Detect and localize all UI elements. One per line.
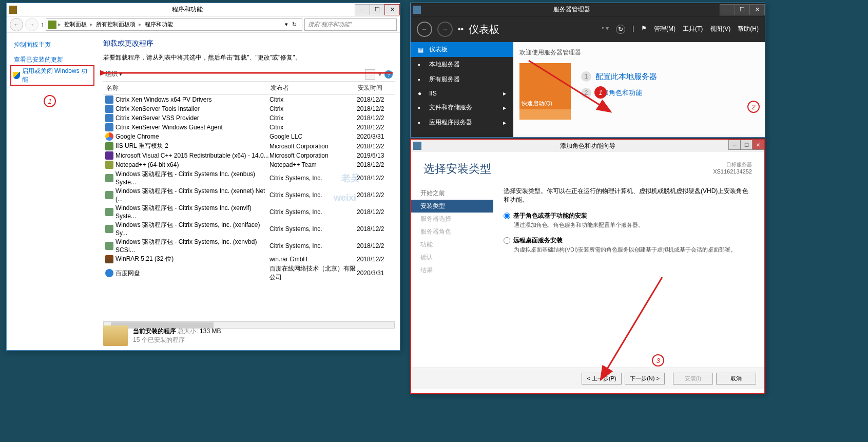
sm-forward-button[interactable]: →	[437, 22, 453, 37]
crumb-3[interactable]: 程序和功能	[143, 21, 175, 28]
wiz-prev-button[interactable]: < 上一步(P)	[582, 373, 622, 385]
pf-toolbar: 组织 ▾ ▾ ?	[103, 67, 395, 82]
table-row[interactable]: Citrix XenServer Tools Installer Citrix …	[103, 104, 395, 113]
sm-maximize-button[interactable]: ☐	[735, 4, 750, 15]
footer-icon	[103, 325, 128, 346]
wiz-titlebar[interactable]: 添加角色和功能向导 ─ ☐ ✕	[411, 140, 764, 152]
pf-footer: 当前安装的程序 总大小: 133 MB 15 个已安装的程序	[103, 322, 395, 346]
view-options-button[interactable]	[365, 69, 375, 80]
sm-sidebar-item[interactable]: ▪文件和存储服务▸	[411, 100, 513, 115]
radio-label: 远程桌面服务安装	[513, 236, 563, 245]
wiz-description: 选择安装类型。你可以在正在运行的物理计算机、虚拟机或脱机虚拟硬盘(VHD)上安装…	[504, 187, 754, 204]
tile-orange-2[interactable]	[519, 109, 571, 120]
table-row[interactable]: Windows 驱动程序包 - Citrix Systems Inc. (xen…	[103, 186, 395, 203]
program-date: 2018/12/2	[357, 114, 393, 122]
radio-input[interactable]	[504, 213, 510, 219]
program-icon	[105, 208, 113, 216]
table-row[interactable]: Citrix XenServer Windows Guest Agent Cit…	[103, 123, 395, 132]
pf-title: 程序和功能	[172, 5, 203, 14]
sm-sidebar-item[interactable]: ●IIS▸	[411, 87, 513, 100]
table-header[interactable]: 名称 发布者 安装时间	[103, 82, 395, 95]
sm-task-item[interactable]: 2添加角色和功能	[581, 85, 748, 101]
forward-button[interactable]: →	[25, 18, 38, 31]
wiz-maximize-button[interactable]: ☐	[740, 140, 753, 150]
pf-subheading: 若要卸载程序，请从列表中将其选中，然后单击"卸载"、"更改"或"修复"。	[103, 53, 395, 62]
wiz-install-button[interactable]: 安装(I)	[673, 373, 713, 385]
program-publisher: Citrix Systems, Inc.	[269, 191, 357, 199]
sidebar-home-link[interactable]: 控制面板主页	[11, 39, 94, 51]
table-row[interactable]: Citrix Xen Windows x64 PV Drivers Citrix…	[103, 95, 395, 104]
quick-start-label: 快速启动(Q)	[522, 100, 552, 107]
sm-task-item[interactable]: 1配置此本地服务器	[581, 68, 748, 85]
sm-minimize-button[interactable]: ─	[720, 4, 735, 15]
program-name: WinRAR 5.21 (32-位)	[115, 255, 269, 263]
menu-help[interactable]: 帮助(H)	[738, 25, 759, 34]
sm-sidebar-item[interactable]: ▦仪表板	[411, 42, 513, 57]
program-date: 2018/12/2	[357, 191, 393, 199]
maximize-button[interactable]: ☐	[370, 4, 385, 15]
quick-start-tile[interactable]: 快速启动(Q)	[519, 63, 571, 109]
menu-manage[interactable]: 管理(M)	[654, 25, 676, 34]
radio-option[interactable]: 基于角色或基于功能的安装	[504, 212, 754, 220]
task-num: 1	[581, 71, 591, 82]
wiz-close-button[interactable]: ✕	[752, 140, 764, 150]
sidebar-updates-link[interactable]: 查看已安装的更新	[11, 54, 94, 66]
close-button[interactable]: ✕	[384, 4, 400, 15]
sm-close-button[interactable]: ✕	[749, 4, 765, 15]
wiz-step[interactable]: 开始之前	[411, 187, 493, 200]
menu-tools[interactable]: 工具(T)	[683, 25, 703, 34]
table-row[interactable]: Windows 驱动程序包 - Citrix Systems Inc. (xen…	[103, 169, 395, 186]
radio-option[interactable]: 远程桌面服务安装	[504, 236, 754, 245]
program-name: Google Chrome	[115, 133, 269, 140]
radio-input[interactable]	[504, 237, 510, 244]
table-row[interactable]: Google Chrome Google LLC 2020/3/31	[103, 132, 395, 141]
wiz-cancel-button[interactable]: 取消	[716, 373, 756, 385]
program-name: Citrix XenServer Windows Guest Agent	[115, 124, 269, 131]
minimize-button[interactable]: ─	[355, 4, 370, 15]
table-row[interactable]: IIS URL 重写模块 2 Microsoft Corporation 201…	[103, 141, 395, 151]
footer-size: 133 MB	[200, 328, 221, 335]
sm-sidebar-item[interactable]: ▪所有服务器	[411, 72, 513, 87]
table-row[interactable]: Windows 驱动程序包 - Citrix Systems, Inc. (xe…	[103, 220, 395, 237]
col-name[interactable]: 名称	[103, 82, 267, 94]
program-icon	[105, 105, 113, 113]
table-row[interactable]: WinRAR 5.21 (32-位) win.rar GmbH 2018/12/…	[103, 254, 395, 264]
table-row[interactable]: Citrix XenServer VSS Provider Citrix 201…	[103, 113, 395, 123]
sm-item-label: 文件和存储服务	[429, 103, 472, 112]
table-row[interactable]: Windows 驱动程序包 - Citrix Systems, Inc. (xe…	[103, 237, 395, 254]
table-row[interactable]: Windows 驱动程序包 - Citrix Systems Inc. (xen…	[103, 203, 395, 220]
crumb-2[interactable]: 所有控制面板项	[94, 21, 137, 28]
wiz-step: 功能	[411, 238, 493, 251]
wiz-step[interactable]: 安装类型	[411, 200, 493, 213]
program-icon	[105, 255, 113, 263]
table-row[interactable]: Microsoft Visual C++ 2015 Redistributabl…	[103, 151, 395, 160]
up-button[interactable]: ↑	[41, 21, 44, 28]
search-input[interactable]: 搜索"程序和功能"	[304, 18, 397, 31]
sm-back-button[interactable]: ←	[417, 22, 432, 37]
wiz-title: 添加角色和功能向导	[560, 142, 615, 150]
col-date[interactable]: 安装时间	[355, 82, 391, 94]
organize-button[interactable]: 组织 ▾	[105, 70, 122, 79]
sidebar-windows-features-link[interactable]: 启用或关闭 Windows 功能	[11, 66, 94, 85]
help-icon[interactable]: ?	[384, 70, 393, 79]
sm-sidebar-item[interactable]: ▪应用程序服务器▸	[411, 115, 513, 130]
col-publisher[interactable]: 发布者	[267, 82, 355, 94]
program-publisher: Citrix	[269, 96, 357, 103]
breadcrumb[interactable]: ▸ 控制面板 ▸ 所有控制面板项 ▸ 程序和功能 ▾↻	[46, 18, 302, 31]
refresh-icon[interactable]: ↻	[616, 25, 625, 34]
back-button[interactable]: ←	[10, 18, 23, 31]
pf-titlebar[interactable]: 程序和功能 ─ ☐ ✕	[7, 3, 400, 16]
program-date: 2018/12/2	[357, 96, 393, 103]
table-row[interactable]: Notepad++ (64-bit x64) Notepad++ Team 20…	[103, 160, 395, 169]
table-row[interactable]: 百度网盘 百度在线网络技术（北京）有限公司 2020/3/31	[103, 264, 395, 282]
menu-view[interactable]: 视图(V)	[710, 25, 730, 34]
sm-titlebar[interactable]: 服务器管理器 ─ ☐ ✕	[411, 3, 765, 16]
program-publisher: Citrix Systems, Inc.	[269, 225, 357, 233]
wiz-next-button[interactable]: 下一步(N) >	[625, 373, 665, 385]
task-num: 2	[581, 88, 591, 98]
flag-icon[interactable]: ⚑	[641, 25, 647, 34]
sm-sidebar-item[interactable]: ▪本地服务器	[411, 57, 513, 72]
crumb-1[interactable]: 控制面板	[63, 21, 88, 28]
program-publisher: Citrix	[269, 105, 357, 112]
wiz-minimize-button[interactable]: ─	[728, 140, 741, 150]
